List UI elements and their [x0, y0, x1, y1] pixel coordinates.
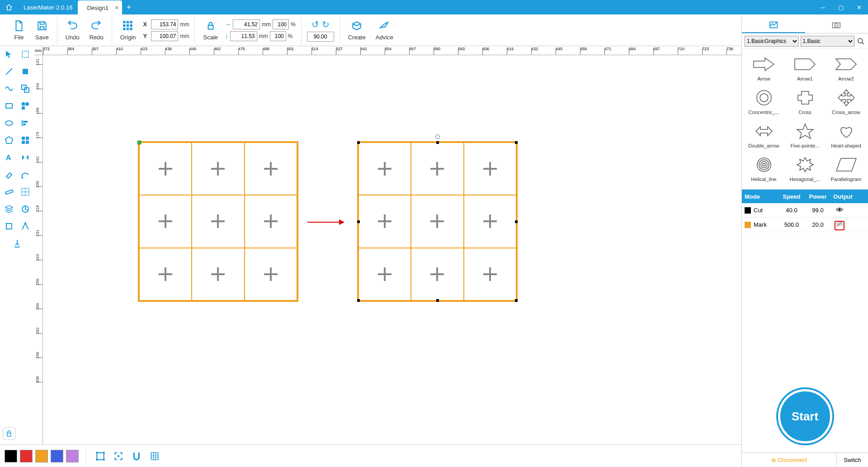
- text-tool[interactable]: A: [4, 152, 14, 163]
- mode-header: Mode: [742, 193, 778, 200]
- color-swatch[interactable]: [66, 450, 79, 462]
- maximize-button[interactable]: ▢: [832, 0, 850, 14]
- selection-handle[interactable]: [515, 299, 518, 302]
- align-tool[interactable]: [20, 118, 31, 129]
- layer-row[interactable]: Mark500.020.0: [742, 218, 868, 232]
- shape-label: Helical_line: [746, 176, 782, 182]
- selection-handle[interactable]: [515, 220, 518, 223]
- shape-item[interactable]: Concentric_...: [744, 86, 784, 119]
- shapes-tab[interactable]: [742, 17, 805, 33]
- crop-tool[interactable]: [4, 221, 14, 232]
- magnet-button[interactable]: [130, 449, 143, 463]
- shape-item[interactable]: Arrow2: [826, 52, 866, 85]
- shape-item[interactable]: Five-pointe...: [785, 119, 825, 152]
- connection-status[interactable]: ⊗Disconnect: [742, 453, 836, 467]
- grid-button[interactable]: [148, 449, 161, 463]
- measure-tool[interactable]: [4, 186, 14, 197]
- layer-row[interactable]: Cut40.099.0: [742, 203, 868, 218]
- svg-line-43: [862, 43, 864, 44]
- shape-item[interactable]: Heart-shaped: [826, 119, 866, 152]
- camera-tab[interactable]: [805, 17, 868, 33]
- canvas[interactable]: [43, 55, 741, 444]
- color-swatch[interactable]: [51, 450, 63, 462]
- layer-visibility-toggle[interactable]: [830, 205, 849, 215]
- trace-tool[interactable]: [20, 204, 31, 214]
- grid-tool[interactable]: [20, 135, 31, 146]
- marquee-tool[interactable]: [20, 49, 31, 60]
- selection-handle[interactable]: [436, 299, 439, 302]
- undo-button[interactable]: Undo: [63, 19, 82, 41]
- selection-handle[interactable]: [515, 141, 518, 144]
- shape-item[interactable]: Arrow: [744, 52, 784, 85]
- file-button[interactable]: File: [10, 19, 28, 41]
- plus-icon: [378, 267, 392, 281]
- subcategory-select[interactable]: 1.Basic: [801, 36, 855, 47]
- height-input[interactable]: [230, 31, 257, 41]
- shape-item[interactable]: Helical_line: [744, 153, 784, 186]
- line-tool[interactable]: [4, 66, 14, 77]
- tab-close-icon[interactable]: ×: [115, 4, 118, 11]
- layer-params-table: Mode Speed Power Output Cut40.099.0Mark5…: [742, 189, 868, 232]
- svg-rect-6: [123, 28, 125, 30]
- close-button[interactable]: ✕: [850, 0, 868, 14]
- rect-tool[interactable]: [4, 100, 14, 111]
- redo-button[interactable]: Redo: [87, 19, 106, 41]
- shape-item[interactable]: Arrow1: [785, 52, 825, 85]
- rotate-ccw-icon[interactable]: ↺: [311, 19, 319, 30]
- rotate-handle[interactable]: [435, 134, 440, 139]
- create-button[interactable]: Create: [345, 19, 368, 41]
- rotation-input[interactable]: [307, 32, 334, 42]
- mirror-tool[interactable]: [20, 152, 31, 163]
- new-tab-button[interactable]: +: [122, 3, 136, 11]
- shape-item[interactable]: Cross_arrow: [826, 86, 866, 119]
- select-tool[interactable]: [4, 49, 14, 60]
- polygon-tool[interactable]: [4, 135, 14, 146]
- color-swatch[interactable]: [20, 450, 33, 462]
- laser-tool[interactable]: [12, 238, 23, 249]
- switch-button[interactable]: Switch: [836, 453, 868, 467]
- category-select[interactable]: 1.BasicGraphics: [745, 36, 799, 47]
- shape-item[interactable]: Hexagonal_...: [785, 153, 825, 186]
- shape-item[interactable]: Double_arrow: [744, 119, 784, 152]
- document-tab[interactable]: Design1 ×: [78, 0, 122, 15]
- shapes-tool[interactable]: [20, 100, 31, 111]
- search-icon[interactable]: [856, 37, 865, 46]
- width-input[interactable]: [233, 19, 260, 29]
- selection-handle[interactable]: [357, 220, 360, 223]
- color-swatch[interactable]: [35, 450, 48, 462]
- eraser-tool[interactable]: [4, 169, 14, 180]
- x-input[interactable]: [151, 19, 178, 29]
- edit-path-tool[interactable]: [20, 169, 31, 180]
- minimize-button[interactable]: ─: [814, 0, 832, 14]
- layers-tool[interactable]: [4, 204, 14, 214]
- curve-tool[interactable]: [4, 83, 14, 94]
- color-swatch[interactable]: [5, 450, 17, 462]
- shape-item[interactable]: Parallelogram: [826, 153, 866, 186]
- shape-item[interactable]: Cross: [785, 86, 825, 119]
- lock-button[interactable]: [3, 427, 15, 440]
- selection-handle[interactable]: [357, 141, 360, 144]
- group-tool[interactable]: [20, 83, 31, 94]
- advice-button[interactable]: Advice: [373, 19, 396, 41]
- width-pct-input[interactable]: [273, 19, 289, 29]
- start-button[interactable]: Start: [778, 389, 832, 443]
- home-icon[interactable]: [0, 4, 18, 11]
- origin-button[interactable]: Origin: [118, 19, 139, 41]
- fill-tool[interactable]: [20, 66, 31, 77]
- focus-button[interactable]: [112, 449, 125, 463]
- ellipse-tool[interactable]: [4, 118, 14, 129]
- save-button[interactable]: Save: [33, 19, 52, 41]
- array-tool[interactable]: [20, 186, 31, 197]
- grid-shape-right[interactable]: [357, 141, 518, 302]
- selection-handle[interactable]: [436, 141, 439, 144]
- selection-handle[interactable]: [357, 299, 360, 302]
- vector-tool[interactable]: [20, 221, 31, 232]
- y-input[interactable]: [151, 31, 178, 41]
- bounds-button[interactable]: [94, 449, 107, 463]
- scale-button[interactable]: Scale: [200, 19, 221, 41]
- layer-visibility-toggle[interactable]: [830, 220, 849, 229]
- grid-shape-left[interactable]: [138, 141, 298, 302]
- rotate-cw-icon[interactable]: ↻: [322, 19, 330, 30]
- output-header: Output: [830, 193, 849, 200]
- height-pct-input[interactable]: [270, 31, 286, 41]
